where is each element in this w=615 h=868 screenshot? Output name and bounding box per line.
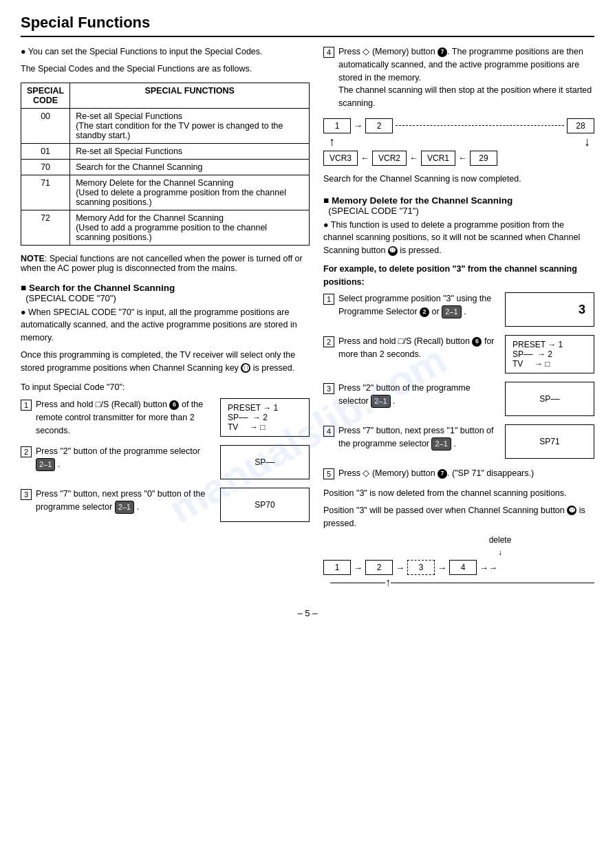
right-step-5-text: Press ◇ (Memory) button 7. ("SP 71" disa… [338, 467, 594, 480]
right-step-4-text: Press "7" button, next press "1" button … [338, 424, 498, 451]
diagram-line-3: TV → □ [228, 422, 302, 432]
search-section-header: Search for the Channel Scanning (SPECIAL… [21, 283, 310, 303]
del-box-1: 1 [323, 560, 351, 575]
desc-01: Re-set all Special Functions [70, 143, 310, 159]
table-row: 70 Search for the Channel Scanning [21, 159, 310, 175]
right-step-num-3: 3 [323, 383, 334, 394]
box-29: 29 [470, 151, 497, 166]
r4-sp71: SP71 [512, 437, 587, 446]
right-step-1-diagram: 3 [505, 292, 594, 327]
down-arrow: ↓ [584, 135, 590, 149]
arrow-vcr2: ← [409, 153, 418, 163]
step-num-4-right: 4 [323, 47, 334, 58]
diagram-sp70: SP70 [228, 500, 302, 510]
right-step-num-4: 4 [323, 426, 334, 437]
diagram-line-1: PRESET → 1 [228, 403, 302, 413]
step-3-text: Press "7" button, next press "0" button … [36, 488, 213, 514]
step-1-text: Press and hold □/S (Recall) button 6 of … [36, 398, 213, 437]
box-1: 1 [323, 118, 351, 133]
pos3-deleted: Position "3" is now deleted from the cha… [323, 487, 594, 500]
right-step-2-text: Press and hold □/S (Recall) button 6 for… [338, 335, 498, 361]
desc-00: Re-set all Special Functions(The start c… [70, 108, 310, 143]
search-para2: Once this programming is completed, the … [21, 349, 310, 375]
pos3-note: Position "3" will be passed over when Ch… [323, 504, 594, 530]
box-2: 2 [365, 118, 393, 133]
right-step-num-2: 2 [323, 336, 334, 347]
del-box-2: 2 [365, 560, 393, 575]
r2-line-1: PRESET → 1 [512, 340, 587, 349]
table-row: 01 Re-set all Special Functions [21, 143, 310, 159]
arrow-1-2: → [354, 120, 363, 131]
del-return-arrow: ↑ [385, 576, 391, 589]
right-step-3: 3 Press "2" button of the programme sele… [323, 382, 594, 416]
table-row: 72 Memory Add for the Channel Scanning(U… [21, 210, 310, 245]
desc-72: Memory Add for the Channel Scanning(Used… [70, 210, 310, 245]
desc-70: Search for the Channel Scanning [70, 159, 310, 175]
memory-delete-header: Memory Delete for the Channel Scanning (… [323, 195, 594, 216]
r2-line-3: TV → □ [512, 359, 587, 369]
arrow-vcr1: ← [458, 153, 467, 163]
step-num-2: 2 [21, 446, 32, 457]
box-vcr2: VCR2 [372, 151, 407, 166]
code-70: 70 [21, 159, 70, 175]
box-28: 28 [567, 118, 594, 133]
step-1-diagram: PRESET → 1 SP–– → 2 TV → □ [220, 398, 310, 437]
del-box-3: 3 [407, 560, 435, 575]
right-step-3-diagram: SP–– [505, 382, 594, 416]
search-para1: ● When SPECIAL CODE "70" is input, all t… [21, 306, 310, 345]
step-2-text: Press "2" button of the programme select… [36, 445, 213, 471]
top-scan-diagram: 1 → 2 28 ↑ ↓ VCR3 ← VCR2 ← VCR1 ← 29 [323, 118, 594, 166]
table-row: 71 Memory Delete for the Channel Scannin… [21, 175, 310, 210]
code-00: 00 [21, 108, 70, 143]
code-71: 71 [21, 175, 70, 210]
intro-line1: You can set the Special Functions to inp… [21, 45, 310, 58]
right-step-1-text: Select programme position "3" using the … [338, 292, 498, 318]
memory-delete-intro: ● This function is used to delete a prog… [323, 219, 594, 257]
code-72: 72 [21, 210, 70, 245]
del-arrow-3: → [438, 563, 446, 573]
desc-71: Memory Delete for the Channel Scanning(U… [70, 175, 310, 210]
step-1-search: 1 Press and hold □/S (Recall) button 6 o… [21, 398, 310, 437]
up-arrow: ↑ [329, 135, 335, 149]
scan-complete-text: Search for the Channel Scanning is now c… [323, 173, 594, 186]
box-vcr3: VCR3 [323, 151, 358, 166]
right-column: 4 Press ◇ (Memory) button 7. The program… [323, 45, 594, 594]
arrow-vcr3: ← [360, 153, 369, 163]
note-text: : Special functions are not cancelled wh… [21, 254, 303, 273]
right-step-2-diagram: PRESET → 1 SP–– → 2 TV → □ [505, 335, 594, 373]
delete-diagram: delete ↓ 1 → 2 → 3 → 4 →→ ↑ [323, 535, 594, 589]
box-vcr1: VCR1 [421, 151, 455, 166]
diagram-sp: SP–– [228, 457, 302, 467]
right-step-1: 1 Select programme position "3" using th… [323, 292, 594, 327]
r3-sp: SP–– [512, 394, 587, 404]
right-step-num-5: 5 [323, 468, 334, 479]
right-step-num-1: 1 [323, 294, 334, 305]
step-2-search: 2 Press "2" button of the programme sele… [21, 445, 310, 479]
note-block: NOTE: Special functions are not cancelle… [21, 254, 310, 273]
page-title: Special Functions [21, 14, 594, 37]
diagram-line-2: SP–– → 2 [228, 413, 302, 422]
to-input-label: To input Special Code "70": [21, 381, 310, 394]
step-num-3: 3 [21, 489, 32, 500]
del-arrow-2: → [396, 563, 404, 573]
del-arrow-1: → [354, 563, 363, 573]
col-header-functions: SPECIAL FUNCTIONS [70, 83, 310, 108]
col-header-code: SPECIALCODE [21, 83, 70, 108]
example-bold: For example, to delete position "3" from… [323, 263, 594, 289]
step-3-diagram: SP70 [220, 488, 310, 522]
left-column: You can set the Special Functions to inp… [21, 45, 310, 594]
table-row: 00 Re-set all Special Functions(The star… [21, 108, 310, 143]
special-functions-table: SPECIALCODE SPECIAL FUNCTIONS 00 Re-set … [21, 83, 310, 246]
step-num-1: 1 [21, 400, 32, 411]
right-step-2: 2 Press and hold □/S (Recall) button 6 f… [323, 335, 594, 373]
note-label: NOTE [21, 254, 45, 263]
r2-line-2: SP–– → 2 [512, 349, 587, 359]
intro-line2: The Special Codes and the Special Functi… [21, 63, 310, 76]
step-3-search: 3 Press "7" button, next press "0" butto… [21, 488, 310, 522]
code-01: 01 [21, 143, 70, 159]
right-step-4-diagram: SP71 [505, 424, 594, 459]
page-number: – 5 – [21, 608, 594, 618]
right-step-4: 4 Press "7" button, next press "1" butto… [323, 424, 594, 459]
right-step-3-text: Press "2" button of the programme select… [338, 382, 498, 408]
step-4-text: Press ◇ (Memory) button 7. The programme… [338, 45, 594, 110]
